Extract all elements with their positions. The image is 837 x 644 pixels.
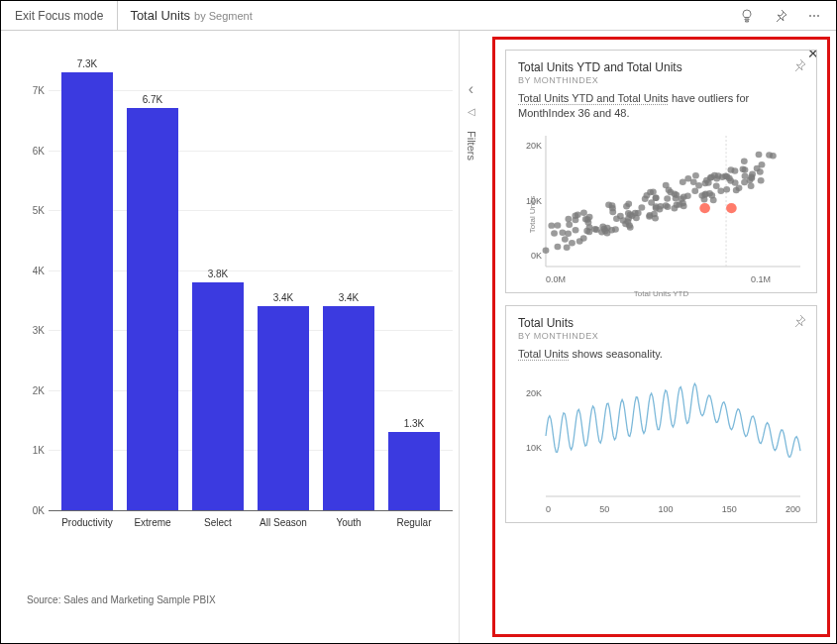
x-label: Select <box>185 517 251 528</box>
bar-select[interactable]: 3.8K <box>185 268 251 510</box>
svg-point-73 <box>646 213 653 219</box>
exit-focus-button[interactable]: Exit Focus mode <box>1 1 118 30</box>
svg-point-84 <box>664 203 671 209</box>
svg-point-29 <box>580 209 587 215</box>
svg-point-139 <box>759 161 766 167</box>
pin-icon[interactable] <box>773 8 788 24</box>
svg-point-0 <box>809 15 811 17</box>
svg-point-142 <box>749 170 756 176</box>
y-tick: 10K <box>526 443 542 453</box>
y-tick: 4K <box>33 265 45 275</box>
svg-point-67 <box>652 215 659 221</box>
svg-point-100 <box>695 182 702 188</box>
svg-point-46 <box>605 201 612 207</box>
bar-value-label: 1.3K <box>404 418 425 429</box>
y-tick: 1K <box>33 445 45 456</box>
svg-point-11 <box>569 240 575 246</box>
svg-point-49 <box>613 215 620 221</box>
title-subtitle: by Segment <box>194 10 253 22</box>
svg-point-110 <box>701 180 708 186</box>
pin-icon[interactable] <box>792 58 806 76</box>
svg-point-31 <box>584 216 591 222</box>
svg-point-15 <box>573 227 579 233</box>
x-tick: 100 <box>658 504 673 514</box>
bar-youth[interactable]: 3.4K <box>316 292 381 510</box>
x-label: All Season <box>251 517 316 528</box>
svg-point-131 <box>741 158 748 163</box>
svg-point-14 <box>559 229 566 235</box>
bar-extreme[interactable]: 6.7K <box>120 94 185 510</box>
insight-card-seasonality: Total Units BY MONTHINDEX Total Units sh… <box>505 305 817 523</box>
svg-point-121 <box>717 187 724 193</box>
filters-pane-collapsed[interactable]: ‹ ◁ Filters <box>459 31 482 643</box>
x-tick: 150 <box>722 504 737 514</box>
y-tick: 10K <box>526 196 542 206</box>
y-tick: 0K <box>33 505 45 516</box>
lightbulb-icon[interactable] <box>739 8 755 24</box>
svg-point-141 <box>757 168 764 174</box>
y-tick: 3K <box>33 325 45 336</box>
card-title: Total Units YTD and Total Units <box>518 60 804 74</box>
svg-point-140 <box>758 177 765 183</box>
svg-point-143 <box>756 152 763 158</box>
bar-value-label: 3.4K <box>339 292 360 303</box>
svg-point-97 <box>680 193 687 199</box>
card-subtitle: BY MONTHINDEX <box>518 331 804 341</box>
svg-point-7 <box>548 222 555 228</box>
svg-point-12 <box>554 222 561 228</box>
svg-point-116 <box>713 182 720 188</box>
line-chart: 20K 10K 0 50 100 150 200 <box>518 376 804 514</box>
bar-productivity[interactable]: 7.3K <box>54 58 120 510</box>
svg-point-146 <box>699 203 710 213</box>
bar-value-label: 3.8K <box>208 268 229 279</box>
svg-point-130 <box>732 167 739 173</box>
expand-icon[interactable]: ◁ <box>468 106 475 117</box>
svg-point-22 <box>576 238 583 244</box>
svg-point-21 <box>566 221 573 227</box>
svg-point-59 <box>627 211 634 217</box>
title-main: Total Units <box>130 8 190 23</box>
svg-point-113 <box>706 190 713 196</box>
y-tick: 5K <box>33 205 45 216</box>
svg-point-24 <box>572 212 578 218</box>
pin-icon[interactable] <box>792 314 806 332</box>
svg-point-17 <box>562 236 569 242</box>
header-bar: Exit Focus mode Total Units by Segment <box>1 1 836 31</box>
svg-point-10 <box>554 244 561 250</box>
more-icon[interactable] <box>806 8 822 24</box>
y-tick: 20K <box>526 388 542 398</box>
card-description: Total Units shows seasonality. <box>518 347 804 362</box>
svg-point-33 <box>585 228 592 234</box>
filters-label: Filters <box>466 131 477 161</box>
svg-point-76 <box>653 194 660 200</box>
svg-point-64 <box>638 204 645 210</box>
x-tick: 0 <box>546 504 551 514</box>
svg-point-1 <box>813 15 815 17</box>
bar-regular[interactable]: 1.3K <box>381 418 447 510</box>
bar-value-label: 6.7K <box>143 94 163 105</box>
x-label: Productivity <box>54 517 120 528</box>
x-label: Extreme <box>120 517 185 528</box>
svg-point-2 <box>817 15 819 17</box>
content-area: 0K1K2K3K4K5K6K7K7.3K6.7K3.8K3.4K3.4K1.3K… <box>1 31 836 643</box>
y-tick: 2K <box>33 384 45 395</box>
svg-point-123 <box>723 186 730 192</box>
svg-point-45 <box>602 227 609 233</box>
x-label: Regular <box>381 517 447 528</box>
bar-all-season[interactable]: 3.4K <box>251 292 316 510</box>
svg-point-136 <box>742 172 749 178</box>
svg-point-74 <box>650 188 657 194</box>
y-tick: 7K <box>33 85 45 96</box>
insight-card-outliers: Total Units YTD and Total Units BY MONTH… <box>505 50 817 293</box>
svg-point-78 <box>664 195 671 201</box>
svg-point-6 <box>543 247 550 253</box>
x-tick: 50 <box>599 504 609 514</box>
svg-point-98 <box>684 175 691 181</box>
svg-point-37 <box>593 226 600 232</box>
chevron-left-icon[interactable]: ‹ <box>469 80 473 98</box>
svg-point-9 <box>551 230 558 236</box>
x-label: Youth <box>316 517 381 528</box>
source-label: Source: Sales and Marketing Sample PBIX <box>27 594 216 605</box>
main-chart: 0K1K2K3K4K5K6K7K7.3K6.7K3.8K3.4K3.4K1.3K… <box>1 31 459 643</box>
svg-point-137 <box>742 166 749 172</box>
